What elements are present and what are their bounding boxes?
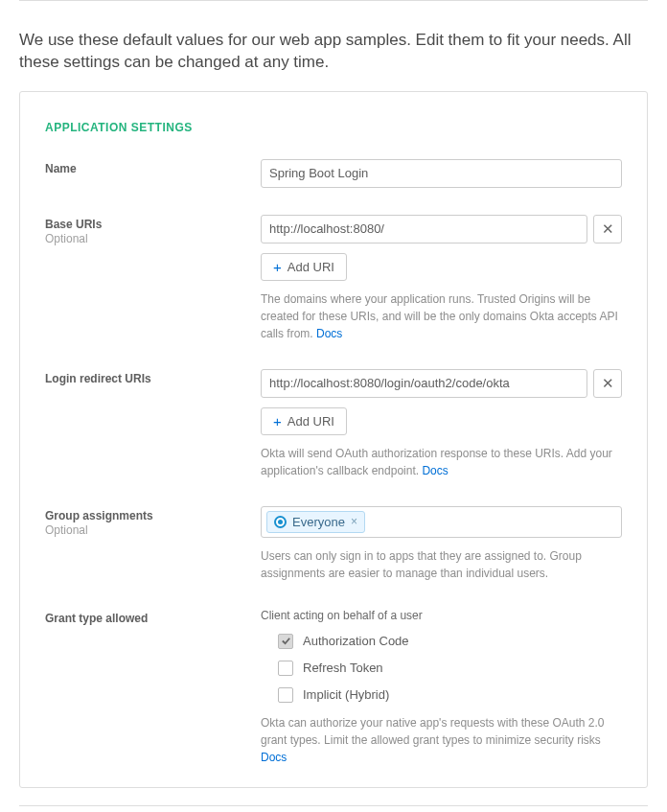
base-uris-docs-link[interactable]: Docs: [316, 327, 342, 340]
login-redirect-row: Login redirect URIs ✕ + Add URI Okta wil…: [45, 369, 622, 479]
checkbox-icon: [278, 687, 293, 703]
grant-type-helper: Okta can authorize your native app's req…: [261, 714, 622, 766]
panel-title: APPLICATION SETTINGS: [45, 121, 622, 134]
name-input[interactable]: [261, 159, 622, 188]
close-icon: ✕: [602, 375, 614, 392]
base-uris-row: Base URIs Optional ✕ + Add URI The domai…: [45, 215, 622, 342]
base-uri-input[interactable]: [261, 215, 587, 244]
base-uris-helper: The domains where your application runs.…: [261, 290, 622, 342]
grant-refresh-token-row[interactable]: Refresh Token: [278, 661, 622, 676]
grant-option-label: Authorization Code: [303, 634, 409, 648]
login-redirect-input[interactable]: [261, 369, 587, 398]
base-uris-label: Base URIs: [45, 218, 261, 231]
add-login-redirect-label: Add URI: [288, 414, 334, 429]
grant-auth-code-row[interactable]: Authorization Code: [278, 634, 622, 649]
plus-icon: +: [273, 260, 282, 274]
grant-type-label: Grant type allowed: [45, 612, 261, 625]
name-row: Name: [45, 159, 622, 188]
grant-option-label: Implicit (Hybrid): [303, 687, 389, 702]
groups-helper: Users can only sign in to apps that they…: [261, 547, 622, 582]
plus-icon: +: [273, 414, 282, 429]
close-icon: ✕: [602, 220, 614, 238]
group-tag-everyone[interactable]: Everyone ×: [266, 511, 365, 533]
login-redirect-helper: Okta will send OAuth authorization respo…: [261, 445, 622, 479]
grant-implicit-row[interactable]: Implicit (Hybrid): [278, 687, 622, 703]
checkbox-icon: [278, 661, 293, 676]
groups-row: Group assignments Optional Everyone × Us…: [45, 506, 622, 582]
add-base-uri-label: Add URI: [288, 260, 334, 274]
base-uri-remove-button[interactable]: ✕: [593, 215, 622, 244]
login-redirect-docs-link[interactable]: Docs: [422, 464, 448, 477]
grant-type-docs-link[interactable]: Docs: [261, 751, 287, 764]
footer-buttons: Previous Cancel Done: [0, 806, 667, 812]
intro-text: We use these default values for our web …: [0, 1, 667, 91]
group-tag-label: Everyone: [292, 515, 345, 529]
settings-panel: APPLICATION SETTINGS Name Base URIs Opti…: [19, 91, 648, 788]
groups-sublabel: Optional: [45, 523, 261, 537]
grant-type-row: Grant type allowed Client acting on beha…: [45, 609, 622, 766]
groups-input[interactable]: Everyone ×: [261, 506, 622, 538]
name-label: Name: [45, 162, 261, 175]
login-redirect-remove-button[interactable]: ✕: [593, 369, 622, 398]
grant-type-subheading: Client acting on behalf of a user: [261, 609, 622, 622]
checkbox-icon: [278, 634, 293, 649]
tag-remove-icon[interactable]: ×: [351, 515, 357, 528]
add-base-uri-button[interactable]: + Add URI: [261, 253, 347, 281]
login-redirect-label: Login redirect URIs: [45, 372, 261, 385]
groups-label: Group assignments: [45, 509, 261, 522]
radio-icon: [274, 516, 287, 528]
grant-option-label: Refresh Token: [303, 661, 383, 675]
add-login-redirect-button[interactable]: + Add URI: [261, 407, 347, 435]
base-uris-sublabel: Optional: [45, 232, 261, 245]
